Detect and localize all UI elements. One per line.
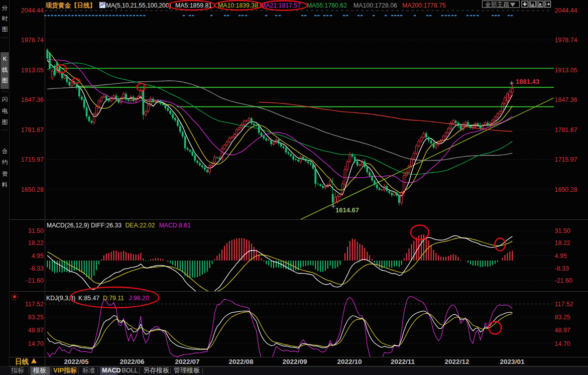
svg-text:2022/09: 2022/09 xyxy=(283,358,307,365)
svg-text:2044.44: 2044.44 xyxy=(555,7,577,14)
svg-text:日线: 日线 xyxy=(15,358,29,365)
svg-text:18.22: 18.22 xyxy=(28,239,44,246)
svg-text:线: 线 xyxy=(2,67,8,73)
svg-text:2022/12: 2022/12 xyxy=(445,358,469,365)
svg-text:4.95: 4.95 xyxy=(555,253,567,260)
svg-text:MA5:1859.81: MA5:1859.81 xyxy=(175,2,212,9)
svg-text:全部主题: 全部主题 xyxy=(485,1,509,8)
svg-text:时: 时 xyxy=(2,16,8,22)
svg-text:标准: 标准 xyxy=(82,366,95,374)
svg-text:14.70: 14.70 xyxy=(555,340,570,347)
svg-text:1978.74: 1978.74 xyxy=(21,37,44,44)
svg-text:料: 料 xyxy=(2,182,8,188)
svg-text:1715.97: 1715.97 xyxy=(555,156,577,163)
svg-text:18.22: 18.22 xyxy=(555,239,570,246)
svg-text:1978.74: 1978.74 xyxy=(555,37,577,44)
svg-text:指标: 指标 xyxy=(11,366,24,374)
svg-text:2022/06: 2022/06 xyxy=(120,358,145,365)
svg-text:1847.36: 1847.36 xyxy=(21,96,44,103)
svg-text:管理模板: 管理模板 xyxy=(174,366,200,374)
svg-text:MA200:1778.75: MA200:1778.75 xyxy=(402,2,446,9)
svg-text:-21.60: -21.60 xyxy=(555,277,572,284)
svg-text:1781.67: 1781.67 xyxy=(21,127,44,134)
svg-text:2023/01: 2023/01 xyxy=(500,358,525,365)
svg-text:约: 约 xyxy=(2,159,8,165)
svg-text:MACD:8.61: MACD:8.61 xyxy=(159,222,191,229)
svg-text:83.25: 83.25 xyxy=(28,314,44,321)
svg-text:VIP指标: VIP指标 xyxy=(53,366,77,374)
svg-text:电: 电 xyxy=(2,108,8,114)
svg-text:83.25: 83.25 xyxy=(555,314,570,321)
svg-text:1614.67: 1614.67 xyxy=(335,206,359,214)
svg-text:图: 图 xyxy=(2,77,8,83)
svg-text:MA100:1728.06: MA100:1728.06 xyxy=(354,2,397,9)
svg-text:K:85.47: K:85.47 xyxy=(78,295,99,302)
svg-text:1913.05: 1913.05 xyxy=(21,67,44,74)
svg-text:模板: 模板 xyxy=(33,366,46,374)
svg-text:1715.97: 1715.97 xyxy=(21,156,44,163)
svg-text:2044.44: 2044.44 xyxy=(21,7,44,14)
svg-text:闪: 闪 xyxy=(2,96,8,102)
svg-text:1650.28: 1650.28 xyxy=(21,186,44,193)
svg-text:合: 合 xyxy=(2,148,8,154)
svg-text:4.95: 4.95 xyxy=(32,253,44,260)
svg-text:14.70: 14.70 xyxy=(28,340,44,347)
svg-text:31.50: 31.50 xyxy=(555,227,570,234)
svg-text:117.52: 117.52 xyxy=(555,301,573,308)
svg-text:DEA:22.02: DEA:22.02 xyxy=(126,222,155,229)
svg-text:MACD: MACD xyxy=(102,367,121,374)
svg-text:MA(5,10,21,55,100,200): MA(5,10,21,55,100,200) xyxy=(106,2,171,9)
svg-text:-8.33: -8.33 xyxy=(30,265,44,272)
svg-text:图: 图 xyxy=(2,26,8,32)
svg-text:BOLL: BOLL xyxy=(122,367,138,374)
svg-text:1650.28: 1650.28 xyxy=(555,186,577,193)
svg-text:MACD(26,12,9): MACD(26,12,9) xyxy=(47,222,89,229)
svg-text:48.97: 48.97 xyxy=(555,327,570,334)
svg-text:1847.36: 1847.36 xyxy=(555,96,577,103)
svg-text:另存模板: 另存模板 xyxy=(143,366,169,374)
svg-text:资: 资 xyxy=(2,171,8,177)
svg-text:2022/10: 2022/10 xyxy=(337,358,362,365)
svg-text:31.50: 31.50 xyxy=(28,227,44,234)
svg-text:分: 分 xyxy=(2,5,8,11)
svg-text:2022/08: 2022/08 xyxy=(229,358,254,365)
svg-text:1781.67: 1781.67 xyxy=(555,127,577,134)
svg-text:2022/11: 2022/11 xyxy=(391,358,415,365)
svg-text:2022/07: 2022/07 xyxy=(175,358,200,365)
svg-text:1913.05: 1913.05 xyxy=(555,67,577,74)
svg-text:117.52: 117.52 xyxy=(25,301,44,308)
svg-text:MA21:1817.57: MA21:1817.57 xyxy=(261,2,301,9)
svg-text:MA55:1760.62: MA55:1760.62 xyxy=(307,2,347,9)
svg-text:现货黄金【日线】: 现货黄金【日线】 xyxy=(45,2,96,9)
svg-text:D:79.11: D:79.11 xyxy=(103,295,124,302)
svg-text:48.97: 48.97 xyxy=(28,327,44,334)
svg-text:图: 图 xyxy=(2,119,8,125)
svg-text:MA10:1839.38: MA10:1839.38 xyxy=(218,2,258,9)
svg-text:K: K xyxy=(3,56,7,62)
svg-text:1881.43: 1881.43 xyxy=(516,78,539,85)
svg-text:J:98.20: J:98.20 xyxy=(129,295,149,302)
svg-text:-8.33: -8.33 xyxy=(555,265,569,272)
svg-text:-21.60: -21.60 xyxy=(26,277,44,284)
svg-text:DIFF:26.33: DIFF:26.33 xyxy=(91,222,122,229)
svg-text:2022/05: 2022/05 xyxy=(64,358,89,365)
